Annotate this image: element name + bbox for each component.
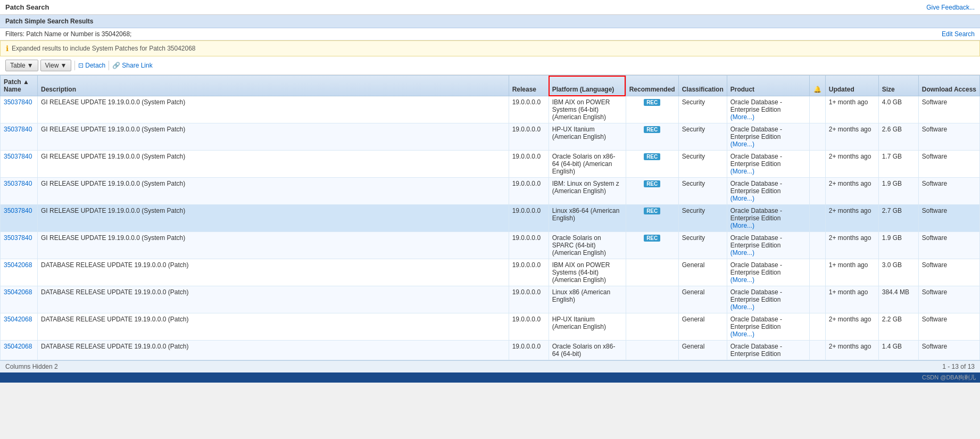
platform-cell: Linux x86-64 (American English) (549, 205, 626, 232)
recommended-cell: REC (626, 232, 678, 259)
icon-cell (809, 178, 825, 205)
page-title: Patch Search (5, 3, 49, 11)
classification-cell: Security (678, 123, 727, 151)
product-more-link[interactable]: (More...) (730, 195, 754, 202)
filter-text: Filters: Patch Name or Number is 3504206… (5, 30, 131, 38)
desc-cell: DATABASE RELEASE UPDATE 19.19.0.0.0 (Pat… (38, 313, 509, 341)
product-more-link[interactable]: (More...) (730, 249, 754, 256)
download-cell: Software (918, 178, 979, 205)
desc-cell: GI RELEASE UPDATE 19.19.0.0.0 (System Pa… (38, 96, 509, 123)
product-more-link[interactable]: (More...) (730, 168, 754, 175)
product-more-link[interactable]: (More...) (730, 222, 754, 229)
release-cell: 19.0.0.0.0 (509, 313, 549, 341)
release-cell: 19.0.0.0.0 (509, 341, 549, 360)
icon-cell (809, 341, 825, 360)
platform-cell: HP-UX Itanium (American English) (549, 313, 626, 341)
view-label: View (45, 62, 59, 69)
size-cell: 3.0 GB (878, 259, 918, 286)
platform-cell: IBM AIX on POWER Systems (64-bit) (Ameri… (549, 96, 626, 123)
share-link[interactable]: 🔗 Share Link (112, 62, 152, 69)
desc-cell: GI RELEASE UPDATE 19.19.0.0.0 (System Pa… (38, 205, 509, 232)
platform-cell: Linux x86 (American English) (549, 286, 626, 313)
classification-cell: Security (678, 205, 727, 232)
col-header-size[interactable]: Size (878, 76, 918, 96)
patch-link[interactable]: 35037840 (4, 153, 32, 160)
size-cell: 1.4 GB (878, 341, 918, 360)
col-header-classification[interactable]: Classification (678, 76, 727, 96)
col-header-product[interactable]: Product (727, 76, 809, 96)
product-more-link[interactable]: (More...) (730, 140, 754, 148)
classification-cell: Security (678, 232, 727, 259)
patch-link[interactable]: 35042068 (4, 343, 32, 350)
col-header-patch[interactable]: Patch ▲Name (1, 76, 38, 96)
patch-link[interactable]: 35037840 (4, 180, 32, 187)
recommended-cell (626, 341, 678, 360)
recommended-cell: REC (626, 151, 678, 178)
share-icon: 🔗 (112, 62, 120, 69)
patch-link[interactable]: 35042068 (4, 288, 32, 296)
table-row: 35037840GI RELEASE UPDATE 19.19.0.0.0 (S… (1, 232, 980, 259)
patch-link[interactable]: 35037840 (4, 126, 32, 133)
watermark: CSDN @DBA狗剩儿 (0, 372, 980, 383)
detach-link[interactable]: ⊡ Detach (78, 62, 105, 69)
col-header-description[interactable]: Description (38, 76, 509, 96)
table-row: 35042068DATABASE RELEASE UPDATE 19.19.0.… (1, 259, 980, 286)
col-header-download[interactable]: Download Access (918, 76, 979, 96)
col-header-platform[interactable]: Platform (Language) (549, 76, 626, 96)
recommended-cell (626, 259, 678, 286)
view-dropdown-icon: ▼ (60, 62, 67, 69)
table-dropdown-icon: ▼ (27, 62, 34, 69)
view-button[interactable]: View ▼ (40, 60, 72, 71)
results-table: Patch ▲Name Description Release Platform… (0, 75, 980, 360)
platform-cell: Oracle Solaris on x86-64 (64-bit) (Ameri… (549, 151, 626, 178)
toolbar-divider-2 (109, 61, 109, 70)
product-cell: Oracle Database - Enterprise Edition (Mo… (727, 151, 809, 178)
updated-cell: 2+ months ago (825, 313, 878, 341)
icon-cell (809, 123, 825, 151)
updated-cell: 2+ months ago (825, 123, 878, 151)
updated-cell: 1+ month ago (825, 286, 878, 313)
size-cell: 384.4 MB (878, 286, 918, 313)
col-header-updated[interactable]: Updated (825, 76, 878, 96)
recommended-cell (626, 286, 678, 313)
patch-link[interactable]: 35037840 (4, 234, 32, 242)
columns-hidden-label: Columns Hidden 2 (5, 363, 58, 370)
recommended-cell: REC (626, 205, 678, 232)
size-cell: 2.6 GB (878, 123, 918, 151)
recommended-badge: REC (644, 180, 660, 187)
patch-link[interactable]: 35037840 (4, 207, 32, 214)
classification-cell: General (678, 259, 727, 286)
size-cell: 1.9 GB (878, 178, 918, 205)
filter-bar: Filters: Patch Name or Number is 3504206… (0, 28, 980, 40)
patch-link[interactable]: 35037840 (4, 98, 32, 106)
icon-cell (809, 151, 825, 178)
col-header-release[interactable]: Release (509, 76, 549, 96)
recommended-badge: REC (644, 153, 660, 160)
desc-cell: DATABASE RELEASE UPDATE 19.19.0.0.0 (Pat… (38, 259, 509, 286)
product-more-link[interactable]: (More...) (730, 113, 754, 121)
product-cell: Oracle Database - Enterprise Edition (Mo… (727, 259, 809, 286)
recommended-badge: REC (644, 208, 660, 214)
size-cell: 2.7 GB (878, 205, 918, 232)
product-cell: Oracle Database - Enterprise Edition (Mo… (727, 123, 809, 151)
classification-cell: Security (678, 178, 727, 205)
product-more-link[interactable]: (More...) (730, 330, 754, 338)
icon-cell (809, 205, 825, 232)
platform-cell: IBM AIX on POWER Systems (64-bit) (Ameri… (549, 259, 626, 286)
feedback-link[interactable]: Give Feedback... (926, 4, 975, 11)
product-cell: Oracle Database - Enterprise Edition (Mo… (727, 96, 809, 123)
results-table-container: Patch ▲Name Description Release Platform… (0, 75, 980, 360)
edit-search-link[interactable]: Edit Search (942, 30, 975, 38)
product-more-link[interactable]: (More...) (730, 276, 754, 284)
patch-link[interactable]: 35042068 (4, 316, 32, 323)
updated-cell: 2+ months ago (825, 205, 878, 232)
table-button[interactable]: Table ▼ (5, 60, 38, 71)
table-row: 35037840GI RELEASE UPDATE 19.19.0.0.0 (S… (1, 123, 980, 151)
platform-cell: HP-UX Itanium (American English) (549, 123, 626, 151)
release-cell: 19.0.0.0.0 (509, 259, 549, 286)
product-more-link[interactable]: (More...) (730, 303, 754, 311)
col-header-recommended[interactable]: Recommended (626, 76, 678, 96)
patch-link[interactable]: 35042068 (4, 261, 32, 269)
toolbar: Table ▼ View ▼ ⊡ Detach 🔗 Share Link (0, 56, 980, 75)
info-icon: ℹ (6, 44, 9, 53)
